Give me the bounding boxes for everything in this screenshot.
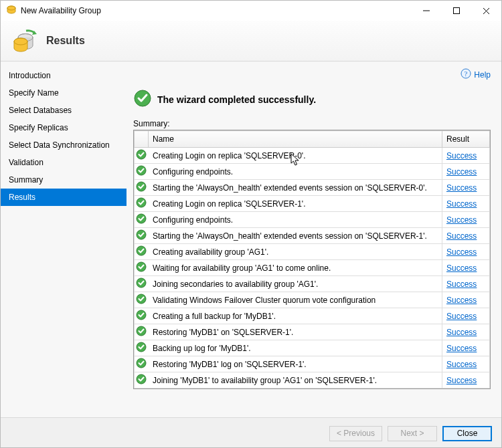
- sidebar-item-introduction[interactable]: Introduction: [1, 67, 127, 84]
- step-name: Creating availability group 'AG1'.: [149, 244, 442, 260]
- step-name: Starting the 'AlwaysOn_health' extended …: [149, 180, 442, 196]
- step-name: Creating Login on replica 'SQLSERVER-0'.: [149, 148, 442, 164]
- step-result: Success: [442, 308, 490, 324]
- results-table: Name Result Creating Login on replica 'S…: [133, 130, 491, 389]
- svg-rect-3: [453, 8, 459, 14]
- step-result: Success: [442, 372, 490, 388]
- check-icon: [135, 292, 149, 308]
- content-panel: ? Help The wizard completed successfully…: [127, 62, 501, 417]
- check-icon: [135, 324, 149, 340]
- table-row[interactable]: Waiting for availability group 'AG1' to …: [135, 260, 490, 276]
- sidebar-item-select-databases[interactable]: Select Databases: [1, 102, 127, 119]
- table-row[interactable]: Creating a full backup for 'MyDB1'.Succe…: [135, 308, 490, 324]
- step-result: Success: [442, 356, 490, 372]
- step-result: Success: [442, 164, 490, 180]
- step-result: Success: [442, 324, 490, 340]
- check-icon: [135, 372, 149, 388]
- check-icon: [135, 340, 149, 356]
- check-icon: [135, 356, 149, 372]
- check-icon: [135, 260, 149, 276]
- check-icon: [135, 228, 149, 244]
- table-row[interactable]: Backing up log for 'MyDB1'.Success: [135, 340, 490, 356]
- check-icon: [135, 244, 149, 260]
- step-result: Success: [442, 196, 490, 212]
- previous-button: < Previous: [329, 426, 382, 441]
- header-band: Results: [1, 21, 501, 62]
- sidebar-item-validation[interactable]: Validation: [1, 154, 127, 171]
- result-link[interactable]: Success: [446, 312, 477, 321]
- sidebar-item-summary[interactable]: Summary: [1, 171, 127, 189]
- result-link[interactable]: Success: [446, 376, 477, 385]
- status-text: The wizard completed successfully.: [157, 94, 316, 105]
- table-row[interactable]: Creating Login on replica 'SQLSERVER-1'.…: [135, 196, 490, 212]
- result-link[interactable]: Success: [446, 215, 477, 225]
- result-link[interactable]: Success: [446, 360, 477, 369]
- summary-label: Summary:: [133, 119, 491, 128]
- step-result: Success: [442, 180, 490, 196]
- table-row[interactable]: Joining secondaries to availability grou…: [135, 276, 490, 292]
- help-icon[interactable]: ?: [461, 68, 471, 81]
- step-name: Restoring 'MyDB1' log on 'SQLSERVER-1'.: [149, 356, 442, 372]
- step-result: Success: [442, 212, 490, 228]
- table-row[interactable]: Restoring 'MyDB1' log on 'SQLSERVER-1'.S…: [135, 356, 490, 372]
- check-icon: [135, 212, 149, 228]
- step-result: Success: [442, 244, 490, 260]
- table-row[interactable]: Creating availability group 'AG1'.Succes…: [135, 244, 490, 260]
- close-window-button[interactable]: [471, 1, 501, 21]
- result-link[interactable]: Success: [446, 328, 477, 337]
- col-icon: [135, 131, 149, 148]
- step-result: Success: [442, 260, 490, 276]
- table-row[interactable]: Restoring 'MyDB1' on 'SQLSERVER-1'.Succe…: [135, 324, 490, 340]
- step-name: Creating a full backup for 'MyDB1'.: [149, 308, 442, 324]
- result-link[interactable]: Success: [446, 279, 477, 289]
- result-link[interactable]: Success: [446, 263, 477, 273]
- sidebar-item-specify-replicas[interactable]: Specify Replicas: [1, 119, 127, 136]
- result-link[interactable]: Success: [446, 183, 477, 193]
- sidebar-item-results[interactable]: Results: [1, 189, 127, 206]
- step-name: Joining secondaries to availability grou…: [149, 276, 442, 292]
- help-link[interactable]: Help: [474, 70, 491, 80]
- result-link[interactable]: Success: [446, 167, 477, 177]
- result-link[interactable]: Success: [446, 231, 477, 241]
- close-button[interactable]: Close: [442, 426, 492, 441]
- result-link[interactable]: Success: [446, 151, 477, 160]
- sidebar-item-select-data-synchronization[interactable]: Select Data Synchronization: [1, 136, 127, 154]
- col-result[interactable]: Result: [442, 131, 490, 148]
- result-link[interactable]: Success: [446, 296, 477, 305]
- window-controls: [411, 1, 501, 21]
- check-icon: [135, 276, 149, 292]
- footer: < Previous Next > Close: [1, 417, 501, 448]
- result-link[interactable]: Success: [446, 247, 477, 257]
- check-icon: [135, 164, 149, 180]
- titlebar: New Availability Group: [1, 1, 501, 21]
- sidebar-item-specify-name[interactable]: Specify Name: [1, 84, 127, 102]
- step-name: Configuring endpoints.: [149, 164, 442, 180]
- table-row[interactable]: Joining 'MyDB1' to availability group 'A…: [135, 372, 490, 388]
- sidebar: IntroductionSpecify NameSelect Databases…: [1, 62, 127, 417]
- check-icon: [135, 148, 149, 164]
- table-row[interactable]: Validating Windows Failover Cluster quor…: [135, 292, 490, 308]
- step-result: Success: [442, 228, 490, 244]
- step-result: Success: [442, 292, 490, 308]
- table-row[interactable]: Configuring endpoints.Success: [135, 212, 490, 228]
- step-name: Configuring endpoints.: [149, 212, 442, 228]
- table-row[interactable]: Creating Login on replica 'SQLSERVER-0'.…: [135, 148, 490, 164]
- step-name: Backing up log for 'MyDB1'.: [149, 340, 442, 356]
- success-icon: [133, 89, 152, 110]
- page-title: Results: [46, 35, 85, 47]
- check-icon: [135, 196, 149, 212]
- table-row[interactable]: Starting the 'AlwaysOn_health' extended …: [135, 180, 490, 196]
- maximize-button[interactable]: [441, 1, 471, 21]
- step-result: Success: [442, 148, 490, 164]
- table-row[interactable]: Configuring endpoints.Success: [135, 164, 490, 180]
- col-name[interactable]: Name: [149, 131, 442, 148]
- step-name: Validating Windows Failover Cluster quor…: [149, 292, 442, 308]
- result-link[interactable]: Success: [446, 199, 477, 209]
- step-name: Starting the 'AlwaysOn_health' extended …: [149, 228, 442, 244]
- table-row[interactable]: Starting the 'AlwaysOn_health' extended …: [135, 228, 490, 244]
- step-name: Waiting for availability group 'AG1' to …: [149, 260, 442, 276]
- window-title: New Availability Group: [21, 6, 101, 15]
- svg-text:?: ?: [465, 70, 468, 78]
- result-link[interactable]: Success: [446, 344, 477, 353]
- minimize-button[interactable]: [411, 1, 441, 21]
